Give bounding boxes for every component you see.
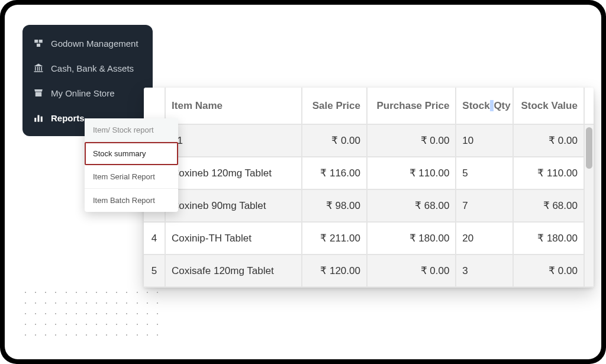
cell-name: 11 [165, 124, 302, 157]
svg-rect-1 [39, 40, 43, 43]
cell-name: Coxisafe 120mg Tablet [165, 255, 302, 287]
svg-rect-9 [36, 92, 42, 97]
cell-value: ₹ 180.00 [513, 222, 584, 255]
svg-rect-6 [39, 67, 40, 71]
cell-purchase: ₹ 0.00 [367, 124, 456, 157]
cell-sale: ₹ 98.00 [302, 189, 367, 222]
col-header-stock-qty[interactable]: Stock Qty [456, 88, 512, 124]
cell-name: Coxineb 120mg Tablet [165, 157, 302, 189]
cell-qty: 5 [456, 157, 512, 189]
cell-purchase: ₹ 0.00 [367, 255, 456, 287]
sidebar-item-label: Godown Management [51, 38, 138, 49]
svg-rect-5 [37, 67, 38, 71]
scrollbar-track[interactable] [584, 88, 594, 124]
cell-value: ₹ 110.00 [513, 157, 584, 189]
col-header-stock-value[interactable]: Stock Value [513, 88, 584, 124]
cell-sale: ₹ 116.00 [302, 157, 367, 189]
submenu-item-stock-report[interactable]: Item/ Stock report [85, 118, 178, 142]
cell-idx: 4 [144, 222, 165, 255]
chart-bar-icon [33, 112, 44, 123]
cell-purchase: ₹ 180.00 [367, 222, 456, 255]
col-header-purchase-price[interactable]: Purchase Price [367, 88, 456, 124]
bank-icon [33, 63, 44, 73]
svg-rect-10 [34, 118, 36, 122]
table-header-row: Item Name Sale Price Purchase Price Stoc… [144, 88, 594, 124]
cell-name: Coxineb 90mg Tablet [165, 189, 302, 222]
table-row[interactable]: Coxineb 120mg Tablet ₹ 116.00 ₹ 110.00 5… [144, 157, 594, 189]
svg-rect-0 [34, 40, 38, 43]
table-row[interactable]: 4 Coxinip-TH Tablet ₹ 211.00 ₹ 180.00 20… [144, 222, 594, 255]
svg-rect-11 [38, 115, 40, 122]
submenu-item-stock-summary[interactable]: Stock summary [85, 142, 178, 165]
col-header-item-name[interactable]: Item Name [165, 88, 302, 124]
cell-sale: ₹ 120.00 [302, 255, 367, 287]
svg-rect-12 [41, 117, 43, 122]
dot-grid-decoration [25, 292, 161, 339]
scrollbar-thumb[interactable] [586, 127, 592, 169]
sidebar-item-label: My Online Store [51, 88, 115, 98]
cell-qty: 3 [456, 255, 512, 287]
svg-rect-7 [41, 67, 43, 71]
svg-rect-2 [37, 44, 40, 47]
cell-purchase: ₹ 68.00 [367, 189, 456, 222]
cell-value: ₹ 0.00 [513, 124, 584, 157]
table-row[interactable]: Coxineb 90mg Tablet ₹ 98.00 ₹ 68.00 7 ₹ … [144, 189, 594, 222]
cell-name: Coxinip-TH Tablet [165, 222, 302, 255]
submenu-item-batch-report[interactable]: Item Batch Report [85, 189, 178, 212]
cell-idx: 5 [144, 255, 165, 287]
reports-submenu: Item/ Stock report Stock summary Item Se… [85, 118, 178, 212]
cell-qty: 7 [456, 189, 512, 222]
submenu-item-serial-report[interactable]: Item Serial Report [85, 165, 178, 189]
store-icon [33, 88, 44, 98]
cell-qty: 20 [456, 222, 512, 255]
sidebar-item-cash[interactable]: Cash, Bank & Assets [22, 56, 153, 80]
col-header-sale-price[interactable]: Sale Price [302, 88, 367, 124]
sidebar-item-godown[interactable]: Godown Management [22, 31, 153, 56]
sidebar-item-label: Cash, Bank & Assets [51, 63, 134, 73]
scrollbar-track[interactable] [584, 124, 594, 287]
stock-table: Item Name Sale Price Purchase Price Stoc… [144, 88, 594, 288]
table-row[interactable]: 11 ₹ 0.00 ₹ 0.00 10 ₹ 0.00 [144, 124, 594, 157]
table-row[interactable]: 5 Coxisafe 120mg Tablet ₹ 120.00 ₹ 0.00 … [144, 255, 594, 287]
svg-rect-8 [34, 71, 43, 72]
cell-purchase: ₹ 110.00 [367, 157, 456, 189]
cell-sale: ₹ 0.00 [302, 124, 367, 157]
sidebar-item-label: Reports [51, 113, 85, 123]
svg-rect-4 [35, 67, 36, 71]
cell-value: ₹ 68.00 [513, 189, 584, 222]
cell-value: ₹ 0.00 [513, 255, 584, 287]
cell-qty: 10 [456, 124, 512, 157]
svg-marker-3 [34, 64, 43, 67]
cell-sale: ₹ 211.00 [302, 222, 367, 255]
warehouse-icon [33, 38, 44, 49]
sidebar-item-store[interactable]: My Online Store [22, 80, 153, 105]
